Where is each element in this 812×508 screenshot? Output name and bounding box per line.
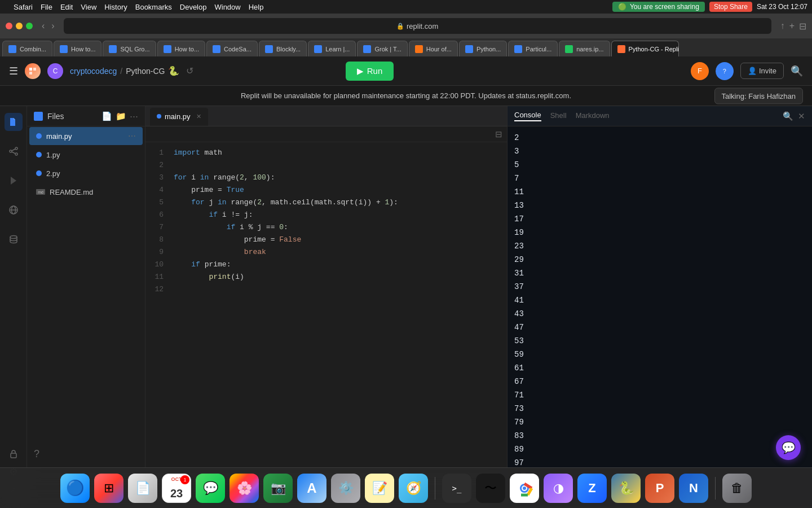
tab-7[interactable]: Grok | T... [357,41,407,56]
file-item-1py[interactable]: 1.py [29,146,143,164]
console-tab-markdown[interactable]: Markdown [576,111,610,121]
minimize-window-button[interactable] [16,23,23,29]
new-tab-icon[interactable]: + [789,21,795,32]
back-button[interactable]: ‹ [39,20,47,32]
file-item-mainpy[interactable]: main.py ⋯ [29,127,143,145]
sidebar-toggle-icon[interactable]: ⊟ [799,21,806,32]
dock-item-calendar[interactable]: OCT 23 1 [162,474,191,503]
tab-8[interactable]: Hour of... [409,41,458,56]
dock-item-arc[interactable]: ◑ [544,474,573,503]
dock-item-trash[interactable]: 🗑 [722,474,752,503]
dock-item-appstore[interactable]: A [297,474,326,503]
share-icon[interactable]: ↑ [780,21,785,32]
file-options-mainpy[interactable]: ⋯ [128,132,136,141]
sidebar-globe-icon[interactable] [5,201,23,219]
menu-file[interactable]: File [41,3,52,11]
chat-button[interactable]: 💬 [776,435,801,460]
tab-favicon-12 [617,45,625,53]
token [174,246,244,259]
token: (i) [231,271,244,283]
tab-3[interactable]: How to... [157,41,205,56]
menu-history[interactable]: History [104,3,127,11]
file-more-icon[interactable]: ⋯ [130,111,138,121]
tab-label-12: Python-CG - Replit [629,46,679,52]
menu-edit[interactable]: Edit [60,3,73,11]
editor-tab-filename: main.py [165,112,191,121]
tab-12-active[interactable]: Python-CG - Replit ✕ [611,41,679,56]
dock-item-messages[interactable]: 💬 [196,474,225,503]
run-label: Run [367,66,383,76]
menu-help[interactable]: Help [249,3,264,11]
editor-tab-mainpy[interactable]: main.py ✕ [150,108,208,126]
user-avatar[interactable]: C [47,63,63,79]
console-tab-shell[interactable]: Shell [550,111,567,121]
sidebar-files-icon[interactable] [5,113,23,131]
dock-item-syspref[interactable]: ⚙️ [331,474,360,503]
menu-right-side: 🟢 You are screen sharing Stop Share Sat … [612,2,807,12]
tab-6[interactable]: Learn |... [308,41,356,56]
output-line-37: 37 [514,280,805,294]
stop-share-button[interactable]: Stop Share [709,2,752,12]
forward-button[interactable]: › [49,20,56,32]
address-bar[interactable]: 🔒 replit.com [64,18,771,34]
dock-item-preview[interactable]: 📄 [128,474,157,503]
sidebar-lock-icon[interactable] [5,445,23,463]
search-icon[interactable]: 🔍 [791,65,803,77]
output-value: 37 [514,280,524,294]
dock-item-moustache[interactable]: 〜 [476,474,505,503]
dock-item-navicat[interactable]: N [679,474,708,503]
tab-9[interactable]: Python... [459,41,507,56]
menu-safari[interactable]: Safari [14,3,33,11]
editor-wrap-icon[interactable]: ⊟ [495,129,502,139]
code-area[interactable]: 1 2 3 4 5 6 7 8 9 10 11 12 import math f… [145,142,507,506]
dock-item-chrome[interactable] [510,474,539,503]
menu-develop[interactable]: Develop [180,3,207,11]
tab-11[interactable]: nares.ip... [559,41,610,56]
dock-item-terminal[interactable]: >_ [442,474,471,503]
hamburger-menu-icon[interactable]: ☰ [9,65,18,77]
sidebar-database-icon[interactable] [5,230,23,248]
file-item-readme[interactable]: md REAMDE.md [29,183,143,201]
close-window-button[interactable] [6,23,12,29]
invite-button[interactable]: 👤 Invite [740,63,784,79]
dock-item-photos[interactable]: 🌸 [230,474,259,503]
tab-4[interactable]: CodeSa... [206,41,258,56]
dock-item-facetime[interactable]: 📷 [263,474,293,503]
sidebar-share-icon[interactable] [5,142,23,160]
new-folder-icon[interactable]: 📁 [116,111,126,121]
user-profile-avatar[interactable]: ? [716,62,734,80]
tab-2[interactable]: SQL Gro... [103,41,156,56]
history-icon[interactable]: ↺ [186,65,193,76]
collaborator-avatar[interactable]: F [691,62,709,80]
console-search-icon[interactable]: 🔍 [783,111,793,121]
console-tab-console[interactable]: Console [514,111,541,121]
help-button[interactable]: ? [34,448,39,460]
dock: 🔵 ⊞ 📄 OCT 23 1 💬 🌸 📷 A ⚙️ 📝 🧭 >_ 〜 [0,467,812,508]
dock-item-python[interactable]: 🐍 [611,474,641,503]
dock-item-launchpad[interactable]: ⊞ [94,474,123,503]
header-right: F ? 👤 Invite 🔍 [691,62,803,80]
dock-item-notes[interactable]: 📝 [365,474,394,503]
tab-0[interactable]: Combin... [2,41,52,56]
dock-item-zoom[interactable]: Z [577,474,607,503]
menu-window[interactable]: Window [214,3,240,11]
sidebar-run-icon[interactable] [5,172,23,190]
token: for [174,172,187,184]
console-close-icon[interactable]: ✕ [798,111,805,121]
tab-1[interactable]: How to... [54,41,102,56]
file-item-2py[interactable]: 2.py [29,164,143,182]
dock-item-finder[interactable]: 🔵 [60,474,90,503]
editor-tab-close[interactable]: ✕ [196,113,201,120]
menu-view[interactable]: View [81,3,96,11]
code-content[interactable]: import math for i in range(2, 100): prim… [169,142,507,506]
dock-item-safari[interactable]: 🧭 [399,474,428,503]
maximize-window-button[interactable] [26,23,33,29]
tab-10[interactable]: Particul... [508,41,558,56]
new-file-icon[interactable]: 📄 [102,111,112,121]
menu-bookmarks[interactable]: Bookmarks [135,3,172,11]
token: if [227,221,236,234]
breadcrumb-username[interactable]: cryptocodecg [70,67,117,76]
tab-5[interactable]: Blockly... [259,41,307,56]
run-button[interactable]: ▶ Run [346,62,394,81]
dock-item-powerpoint[interactable]: P [645,474,674,503]
